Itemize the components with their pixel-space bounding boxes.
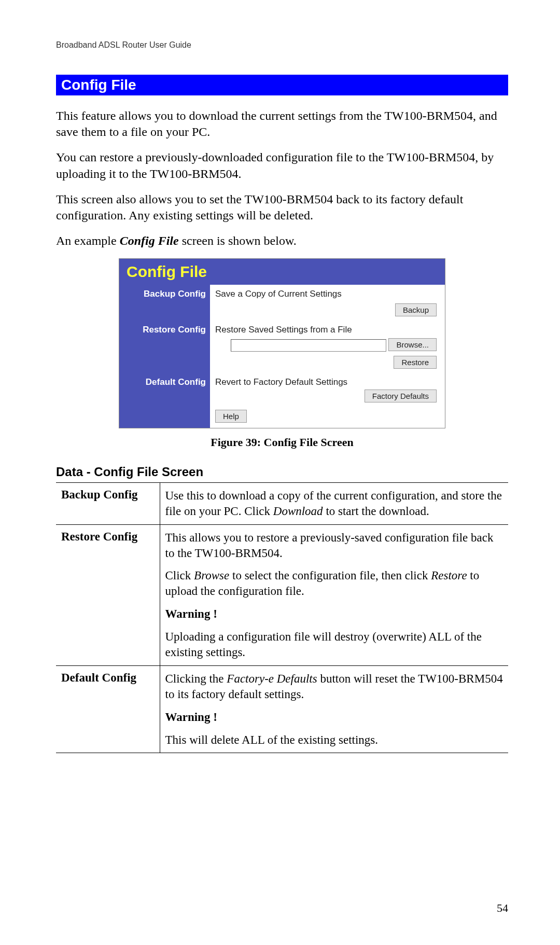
restore-config-row-label: Restore Config	[56, 524, 160, 665]
help-row-spacer	[119, 407, 210, 428]
backup-config-text: Save a Copy of Current Settings	[215, 289, 437, 299]
restore-config-desc-2: Click Browse to select the configuration…	[165, 568, 503, 599]
restore-warning-label: Warning !	[165, 606, 503, 622]
text-italic: Factory-e Defaults	[227, 672, 317, 685]
intro-para-2: You can restore a previously-downloaded …	[56, 149, 508, 182]
default-config-desc-1: Clicking the Factory-e Defaults button w…	[165, 671, 503, 702]
restore-button[interactable]: Restore	[394, 356, 437, 369]
section-title-bar: Config File	[56, 75, 508, 95]
text: Click	[165, 569, 194, 582]
table-row: Default Config Clicking the Factory-e De…	[56, 665, 508, 753]
intro-para-4c: screen is shown below.	[179, 234, 297, 247]
table-row: Backup Config Use this to download a cop…	[56, 482, 508, 524]
factory-defaults-button[interactable]: Factory Defaults	[365, 390, 437, 402]
backup-button[interactable]: Backup	[395, 303, 437, 316]
text-italic: Browse	[194, 569, 229, 582]
text: Clicking the	[165, 672, 227, 685]
intro-para-1: This feature allows you to download the …	[56, 108, 508, 140]
backup-config-desc: Use this to download a copy of the curre…	[165, 488, 503, 519]
page-header: Broadband ADSL Router User Guide	[56, 40, 508, 50]
page-number: 54	[497, 901, 508, 915]
restore-config-desc-1: This allows you to restore a previously-…	[165, 530, 503, 561]
config-file-screenshot: Config File Backup Config Save a Copy of…	[119, 258, 445, 428]
intro-para-3: This screen also allows you to set the T…	[56, 191, 508, 224]
default-warning-label: Warning !	[165, 710, 503, 725]
table-row: Restore Config This allows you to restor…	[56, 524, 508, 665]
help-button[interactable]: Help	[215, 410, 247, 423]
screenshot-title: Config File	[119, 259, 445, 285]
default-config-row-label: Default Config	[56, 665, 160, 753]
intro-para-4b: Config File	[120, 234, 179, 247]
text-italic: Download	[273, 505, 323, 518]
restore-warning-text: Uploading a configuration file will dest…	[165, 629, 503, 660]
backup-config-label: Backup Config	[119, 285, 210, 321]
text: to select the configuration file, then c…	[229, 569, 431, 582]
default-config-text: Revert to Factory Default Settings	[215, 377, 437, 387]
backup-config-row-label: Backup Config	[56, 482, 160, 524]
browse-button[interactable]: Browse...	[388, 338, 437, 351]
restore-config-label: Restore Config	[119, 321, 210, 373]
data-table: Backup Config Use this to download a cop…	[56, 482, 508, 754]
text-italic: Restore	[431, 569, 467, 582]
intro-para-4: An example Config File screen is shown b…	[56, 233, 508, 249]
default-warning-text: This will delete ALL of the existing set…	[165, 732, 503, 748]
intro-para-4a: An example	[56, 234, 120, 247]
restore-file-input[interactable]	[231, 339, 386, 352]
restore-config-text: Restore Saved Settings from a File	[215, 325, 437, 335]
data-section-heading: Data - Config File Screen	[56, 465, 508, 479]
figure-caption: Figure 39: Config File Screen	[56, 436, 508, 449]
text: to start the download.	[323, 505, 429, 518]
default-config-label: Default Config	[119, 373, 210, 407]
